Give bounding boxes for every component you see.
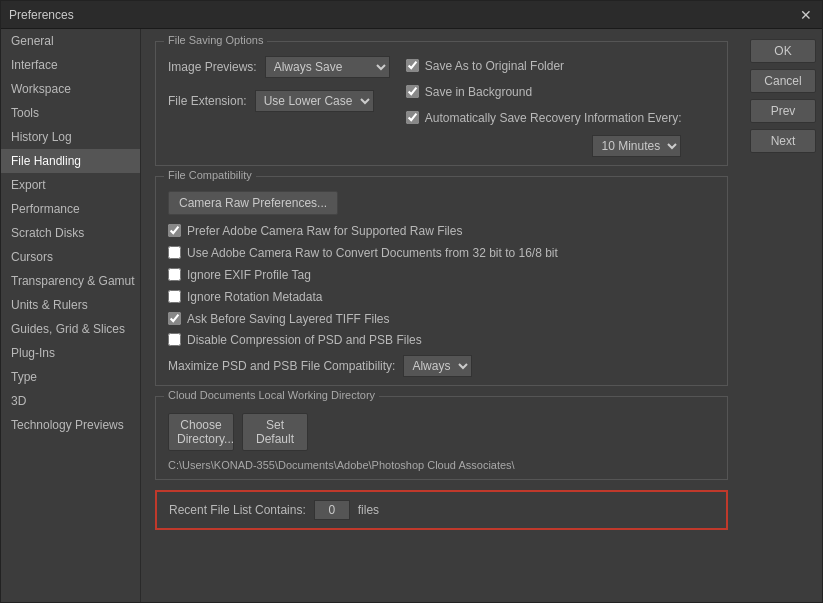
prefer-raw-checkbox[interactable] — [168, 224, 181, 237]
prev-button[interactable]: Prev — [750, 99, 816, 123]
ask-tiff-checkbox[interactable] — [168, 312, 181, 325]
sidebar-item-performance[interactable]: Performance — [1, 197, 140, 221]
sidebar-item-technology-previews[interactable]: Technology Previews — [1, 413, 140, 437]
recent-files-suffix: files — [358, 503, 379, 517]
sidebar-item-interface[interactable]: Interface — [1, 53, 140, 77]
sidebar-item-3d[interactable]: 3D — [1, 389, 140, 413]
file-extension-select[interactable]: Use Lower Case Use Upper Case — [255, 90, 374, 112]
ok-button[interactable]: OK — [750, 39, 816, 63]
use-raw-convert-checkbox[interactable] — [168, 246, 181, 259]
maximize-label: Maximize PSD and PSB File Compatibility: — [168, 359, 395, 373]
choose-directory-button[interactable]: Choose Directory... — [168, 413, 234, 451]
save-background-row: Save in Background — [406, 84, 682, 101]
disable-compression-checkbox[interactable] — [168, 333, 181, 346]
prefer-raw-row: Prefer Adobe Camera Raw for Supported Ra… — [168, 223, 715, 240]
image-previews-select[interactable]: Always Save Never Save Ask When Saving — [265, 56, 390, 78]
save-background-checkbox[interactable] — [406, 85, 419, 98]
set-default-button[interactable]: Set Default — [242, 413, 308, 451]
ask-tiff-row: Ask Before Saving Layered TIFF Files — [168, 311, 715, 328]
use-raw-convert-label: Use Adobe Camera Raw to Convert Document… — [187, 245, 558, 262]
ignore-rotation-checkbox[interactable] — [168, 290, 181, 303]
auto-save-label: Automatically Save Recovery Information … — [425, 110, 682, 127]
sidebar-item-guides-grid-slices[interactable]: Guides, Grid & Slices — [1, 317, 140, 341]
save-as-original-label: Save As to Original Folder — [425, 58, 564, 75]
directory-buttons: Choose Directory... Set Default — [168, 413, 715, 451]
disable-compression-row: Disable Compression of PSD and PSB Files — [168, 332, 715, 349]
auto-save-row: Automatically Save Recovery Information … — [406, 110, 682, 127]
cloud-documents-title: Cloud Documents Local Working Directory — [164, 389, 379, 401]
ignore-rotation-label: Ignore Rotation Metadata — [187, 289, 322, 306]
recent-files-input[interactable] — [314, 500, 350, 520]
buttons-panel: OK Cancel Prev Next — [742, 29, 822, 602]
file-compatibility-title: File Compatibility — [164, 169, 256, 181]
ask-tiff-label: Ask Before Saving Layered TIFF Files — [187, 311, 390, 328]
dialog-body: GeneralInterfaceWorkspaceToolsHistory Lo… — [1, 29, 822, 602]
image-previews-row: Image Previews: Always Save Never Save A… — [168, 56, 390, 78]
sidebar-item-plug-ins[interactable]: Plug-Ins — [1, 341, 140, 365]
save-background-label: Save in Background — [425, 84, 532, 101]
sidebar-item-workspace[interactable]: Workspace — [1, 77, 140, 101]
ignore-exif-checkbox[interactable] — [168, 268, 181, 281]
cancel-button[interactable]: Cancel — [750, 69, 816, 93]
sidebar-item-export[interactable]: Export — [1, 173, 140, 197]
file-extension-label: File Extension: — [168, 94, 247, 108]
preferences-dialog: Preferences ✕ GeneralInterfaceWorkspaceT… — [0, 0, 823, 603]
recent-files-label: Recent File List Contains: — [169, 503, 306, 517]
sidebar-item-units-rulers[interactable]: Units & Rulers — [1, 293, 140, 317]
ignore-exif-label: Ignore EXIF Profile Tag — [187, 267, 311, 284]
sidebar-item-history-log[interactable]: History Log — [1, 125, 140, 149]
main-content: File Saving Options Image Previews: Alwa… — [141, 29, 742, 602]
file-saving-section: File Saving Options Image Previews: Alwa… — [155, 41, 728, 166]
file-saving-title: File Saving Options — [164, 34, 267, 46]
title-bar: Preferences ✕ — [1, 1, 822, 29]
ignore-rotation-row: Ignore Rotation Metadata — [168, 289, 715, 306]
camera-raw-button[interactable]: Camera Raw Preferences... — [168, 191, 338, 215]
sidebar: GeneralInterfaceWorkspaceToolsHistory Lo… — [1, 29, 141, 602]
minutes-select[interactable]: 1 Minute 5 Minutes 10 Minutes 15 Minutes… — [592, 135, 681, 157]
sidebar-item-tools[interactable]: Tools — [1, 101, 140, 125]
sidebar-item-transparency-gamut[interactable]: Transparency & Gamut — [1, 269, 140, 293]
cloud-documents-section: Cloud Documents Local Working Directory … — [155, 396, 728, 480]
use-raw-convert-row: Use Adobe Camera Raw to Convert Document… — [168, 245, 715, 262]
maximize-select[interactable]: Always Never Ask — [403, 355, 472, 377]
sidebar-item-general[interactable]: General — [1, 29, 140, 53]
sidebar-item-type[interactable]: Type — [1, 365, 140, 389]
save-as-original-checkbox[interactable] — [406, 59, 419, 72]
recent-files-section: Recent File List Contains: files — [155, 490, 728, 530]
dialog-title: Preferences — [9, 8, 74, 22]
file-compatibility-section: File Compatibility Camera Raw Preference… — [155, 176, 728, 386]
next-button[interactable]: Next — [750, 129, 816, 153]
auto-save-checkbox[interactable] — [406, 111, 419, 124]
prefer-raw-label: Prefer Adobe Camera Raw for Supported Ra… — [187, 223, 462, 240]
maximize-row: Maximize PSD and PSB File Compatibility:… — [168, 355, 715, 377]
ignore-exif-row: Ignore EXIF Profile Tag — [168, 267, 715, 284]
sidebar-item-file-handling[interactable]: File Handling — [1, 149, 140, 173]
save-as-original-row: Save As to Original Folder — [406, 58, 682, 75]
close-button[interactable]: ✕ — [798, 7, 814, 23]
file-extension-row: File Extension: Use Lower Case Use Upper… — [168, 90, 390, 112]
sidebar-item-cursors[interactable]: Cursors — [1, 245, 140, 269]
sidebar-item-scratch-disks[interactable]: Scratch Disks — [1, 221, 140, 245]
image-previews-label: Image Previews: — [168, 60, 257, 74]
directory-path: C:\Users\KONAD-355\Documents\Adobe\Photo… — [168, 459, 715, 471]
disable-compression-label: Disable Compression of PSD and PSB Files — [187, 332, 422, 349]
